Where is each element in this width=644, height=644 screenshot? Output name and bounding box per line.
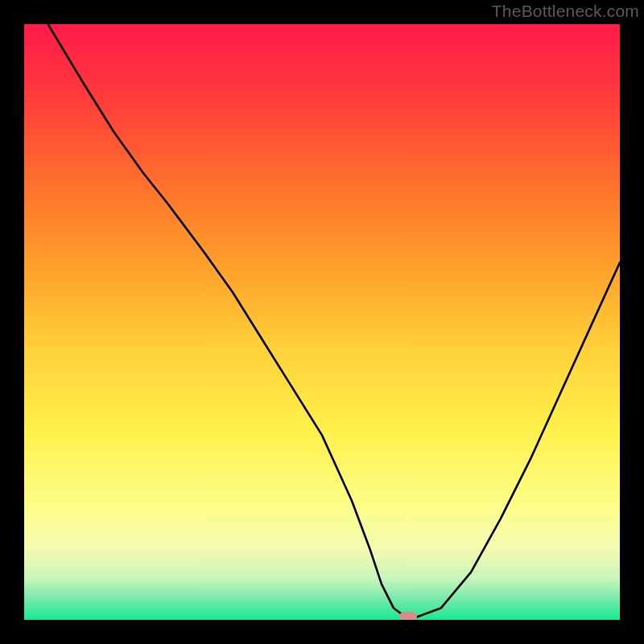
gradient-rect: [24, 24, 620, 620]
chart-svg: [24, 24, 620, 620]
chart-frame: TheBottleneck.com: [0, 0, 644, 644]
plot-area: [24, 24, 620, 620]
optimum-marker: [399, 612, 417, 620]
watermark-text: TheBottleneck.com: [492, 2, 639, 21]
